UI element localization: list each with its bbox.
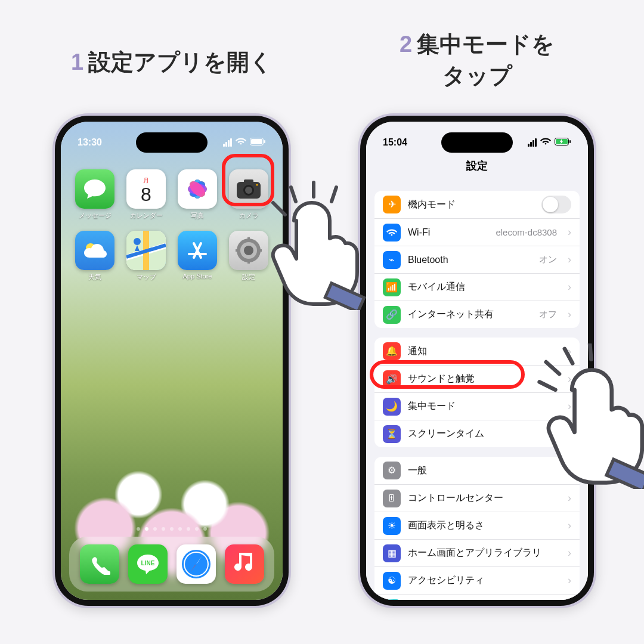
svg-line-41 [546,362,559,374]
appstore-icon [178,231,217,270]
app-messages-label: メッセージ [79,211,112,220]
row-hotspot[interactable]: 🔗 インターネット共有 オフ › [374,301,580,328]
app-camera-label: カメラ [239,211,259,220]
focus-icon: 🌙 [383,398,401,416]
dock-safari[interactable] [177,544,216,584]
chevron-right-icon: › [568,226,571,239]
signal-icon [223,138,232,147]
status-time: 15:04 [383,137,407,148]
dynamic-island [136,132,208,153]
svg-line-35 [273,203,285,215]
app-maps-label: マップ [137,273,156,281]
dynamic-island [441,132,513,153]
signal-icon [528,138,537,147]
notifications-icon: 🔔 [383,342,401,360]
row-cellular[interactable]: 📶 モバイル通信 › [374,273,580,301]
display-icon: ☀︎ [383,517,401,535]
wifi-icon [540,137,551,148]
cellular-icon: 📶 [383,278,401,296]
app-calendar-label: カレンダー [130,211,163,220]
row-airplane-mode[interactable]: ✈︎ 機内モード [374,191,580,218]
step1-title: 1設定アプリを開く [47,47,297,78]
svg-rect-22 [247,237,250,241]
svg-line-38 [332,187,336,202]
general-icon: ⚙︎ [383,462,401,479]
chevron-right-icon: › [568,308,571,321]
step2-text-l1: 集中モードを [417,32,555,57]
wifi-row-icon [383,224,401,242]
svg-text:LINE: LINE [141,560,154,566]
tap-hand-icon [535,343,644,489]
svg-rect-2 [264,140,265,143]
chevron-right-icon: › [568,519,571,532]
app-photos-label: 写真 [191,211,204,220]
app-weather[interactable]: 天気 [72,231,118,281]
messages-icon [75,169,114,209]
app-appstore[interactable]: App Store [174,231,221,281]
step2-number: 2 [400,32,412,57]
svg-line-42 [565,349,572,363]
app-calendar[interactable]: 月 8 カレンダー [123,169,169,220]
svg-rect-24 [236,249,239,252]
chevron-right-icon: › [568,281,571,293]
row-display[interactable]: ☀︎ 画面表示と明るさ › [374,512,580,539]
row-bluetooth[interactable]: ⌁ Bluetooth オン › [374,246,580,273]
settings-group-connectivity: ✈︎ 機内モード Wi-Fi elecom-dc8308 › ⌁ B [374,191,580,328]
svg-rect-23 [247,260,250,264]
svg-line-43 [590,343,591,360]
step2-title: 2集中モードを タップ [334,29,620,92]
svg-point-18 [134,238,141,245]
svg-point-21 [244,246,253,255]
screentime-icon: ⏳ [383,425,401,443]
hotspot-icon: 🔗 [383,306,401,324]
chevron-right-icon: › [568,492,571,504]
dock-music[interactable] [225,544,264,584]
step1-number: 1 [71,49,83,75]
battery-icon [250,137,266,148]
row-accessibility[interactable]: ☯︎ アクセシビリティ › [374,566,580,594]
accessibility-icon: ☯︎ [383,572,401,590]
svg-line-40 [540,382,556,389]
chevron-right-icon: › [568,253,571,266]
app-weather-label: 天気 [88,273,101,281]
chevron-right-icon: › [568,574,571,587]
photos-icon [178,169,217,209]
dock: LINE [69,537,274,592]
wallpaper-icon: 🌸 [383,599,401,600]
home-screen-icon: ▦ [383,544,401,562]
app-messages[interactable]: メッセージ [72,169,118,220]
bluetooth-icon: ⌁ [383,251,401,269]
step1-text: 設定アプリを開く [88,49,273,75]
app-appstore-label: App Store [183,273,212,280]
dock-line[interactable]: LINE [128,544,168,584]
wifi-icon [236,137,246,148]
chevron-right-icon: › [568,547,571,559]
row-home-screen[interactable]: ▦ ホーム画面とアプリライブラリ › [374,539,580,566]
row-wifi[interactable]: Wi-Fi elecom-dc8308 › [374,218,580,246]
control-center-icon: 🎚 [383,490,401,507]
airplane-toggle[interactable] [541,196,571,213]
highlight-ring-focus-row [370,360,525,389]
page-indicator [61,527,283,531]
battery-charging-icon [555,137,571,148]
status-time: 13:30 [78,137,102,148]
app-settings-label: 設定 [242,273,255,281]
svg-rect-34 [569,140,571,143]
maps-icon [126,231,166,270]
svg-line-36 [291,187,296,202]
dock-phone[interactable] [80,544,119,584]
weather-icon [75,231,114,270]
step2-text-l2: タップ [442,63,512,88]
app-maps[interactable]: マップ [123,231,169,281]
settings-nav-title: 設定 [366,159,588,173]
svg-rect-1 [251,139,262,144]
tap-hand-icon [261,179,369,310]
calendar-icon: 月 8 [126,169,166,209]
app-photos[interactable]: 写真 [174,169,221,220]
airplane-icon: ✈︎ [383,196,401,213]
row-wallpaper[interactable]: 🌸 壁紙 › [374,594,580,600]
